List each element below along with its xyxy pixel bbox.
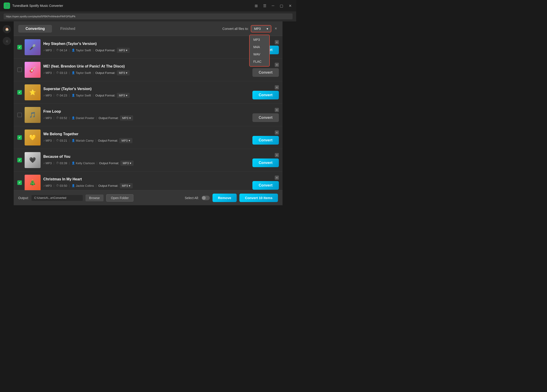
tabs-left: Converting Finished: [18, 25, 82, 33]
sep3: |: [93, 48, 94, 52]
song-6-format-select[interactable]: MP3 ▾: [120, 161, 134, 166]
song-3-format: ♪ MP3: [43, 94, 52, 97]
song-5-format-select[interactable]: MP3 ▾: [119, 138, 132, 143]
song-7-duration: ⏱ 03:50: [56, 184, 67, 187]
song-6-title: Because of You: [43, 155, 250, 159]
song-6-convert-btn[interactable]: Convert: [253, 158, 279, 167]
close-window-btn[interactable]: ✕: [288, 3, 293, 9]
song-1-remove-btn[interactable]: ✕: [275, 40, 279, 44]
song-4-remove-btn[interactable]: ✕: [275, 108, 279, 112]
song-2-format: ♪ MP3: [43, 71, 52, 75]
format-option-wav[interactable]: WAV: [250, 51, 269, 58]
song-7-format-select[interactable]: MP3 ▾: [120, 183, 133, 188]
song-4-checkbox[interactable]: [17, 113, 22, 117]
remove-btn[interactable]: Remove: [212, 194, 237, 202]
song-2-convert-btn[interactable]: Convert: [253, 68, 279, 77]
music-icon-2: ♪: [43, 71, 45, 74]
output-format-label-1: Output Format:: [95, 48, 115, 52]
song-4-title: Free Loop: [43, 110, 250, 114]
menu-icon-btn[interactable]: ⊞: [254, 3, 259, 9]
sep17: |: [69, 161, 69, 165]
song-3-format-label: MP3: [46, 94, 52, 97]
right-panel: [282, 21, 296, 205]
song-2-duration-label: 03:13: [60, 71, 67, 75]
format-option-mp3[interactable]: MP3: [250, 36, 269, 43]
song-6-format-value: MP3: [123, 161, 129, 165]
song-2-checkbox[interactable]: [17, 68, 22, 72]
sep4: |: [54, 71, 54, 74]
sep14: |: [69, 139, 69, 142]
app-logo: 🎵: [4, 2, 10, 9]
song-5-checkbox[interactable]: [17, 135, 22, 140]
song-3-convert-btn[interactable]: Convert: [253, 91, 279, 99]
song-7-remove-btn[interactable]: ✕: [275, 176, 279, 180]
minimize-btn[interactable]: ─: [271, 3, 275, 9]
song-7-title: Christmas In My Heart: [43, 177, 250, 181]
song-4-duration: ⏱ 03:52: [56, 116, 67, 120]
person-icon-6: 👤: [72, 161, 75, 165]
open-folder-btn[interactable]: Open Folder: [106, 194, 134, 202]
sep5: |: [69, 71, 69, 74]
song-6-meta: ♪ MP3 | ⏱ 03:39 | 👤 Kelly Clarkson: [43, 161, 250, 166]
song-2-remove-btn[interactable]: ✕: [275, 63, 279, 67]
output-path-input[interactable]: [31, 195, 83, 201]
song-4-convert-btn[interactable]: Convert: [253, 113, 279, 122]
sidebar-home-icon[interactable]: 🏠: [3, 25, 11, 33]
tab-finished[interactable]: Finished: [53, 25, 82, 33]
sidebar-music-icon[interactable]: ♫: [3, 37, 11, 45]
song-5-remove-btn[interactable]: ✕: [275, 131, 279, 135]
table-row: 🎄 Christmas In My Heart ♪ MP3 | ⏱ 03:50: [14, 172, 282, 190]
song-6-artist-label: Kelly Clarkson: [76, 161, 95, 165]
album-art-2: 🎸: [25, 62, 41, 78]
output-format-label-7: Output Format:: [98, 184, 118, 187]
song-3-checkbox[interactable]: [17, 90, 22, 95]
song-6-checkbox[interactable]: [17, 158, 22, 162]
tab-converting[interactable]: Converting: [18, 25, 52, 33]
convert-all-btn[interactable]: Convert 10 Items: [239, 194, 278, 202]
song-4-artist: 👤 Daniel Powter: [72, 116, 94, 120]
format-option-m4a[interactable]: M4A: [250, 43, 269, 51]
output-format-label-6: Output Format:: [99, 161, 119, 165]
album-art-5: 💛: [25, 130, 41, 145]
song-6-remove-btn[interactable]: ✕: [275, 153, 279, 157]
song-5-artist: 👤 Mariah Carey: [72, 139, 94, 142]
format-dropdown[interactable]: MP3 ▾: [251, 25, 271, 32]
song-7-convert-btn[interactable]: Convert: [253, 181, 279, 190]
song-7-info: Christmas In My Heart ♪ MP3 | ⏱ 03:50 |: [43, 177, 250, 188]
select-all-toggle[interactable]: [202, 196, 210, 200]
hamburger-btn[interactable]: ☰: [262, 3, 267, 9]
maximize-btn[interactable]: ▢: [279, 3, 284, 9]
close-panel-btn[interactable]: ×: [274, 25, 278, 32]
sep13: |: [54, 139, 54, 142]
song-5-convert-btn[interactable]: Convert: [253, 136, 279, 144]
song-7-format-value: MP3: [122, 184, 128, 187]
song-2-output-format: Output Format: MP3 ▾: [95, 70, 130, 76]
song-1-title: Hey Stephen (Taylor's Version): [43, 42, 250, 46]
song-7-checkbox[interactable]: [17, 180, 22, 185]
song-2-format-select[interactable]: MP3 ▾: [117, 70, 130, 76]
table-row: 🎵 Free Loop ♪ MP3 | ⏱ 03:52 |: [14, 104, 282, 126]
output-format-label-4: Output Format:: [99, 116, 119, 120]
browse-btn[interactable]: Browse: [86, 194, 103, 201]
song-4-format-select[interactable]: MP3 ▾: [120, 115, 133, 121]
chevron-icon-6: ▾: [130, 161, 131, 165]
sep21: |: [96, 184, 96, 187]
song-7-artist-label: Jackie Collins: [76, 184, 94, 187]
song-6-artist: 👤 Kelly Clarkson: [72, 161, 95, 165]
song-1-format-select[interactable]: MP3 ▾: [117, 48, 130, 53]
song-3-remove-btn[interactable]: ✕: [275, 85, 279, 89]
song-1-format: ♪ MP3: [43, 48, 52, 52]
format-option-flac[interactable]: FLAC: [250, 58, 269, 65]
song-7-actions: ✕ Convert: [253, 176, 279, 190]
song-1-checkbox[interactable]: [17, 45, 22, 49]
sep12: |: [96, 116, 97, 119]
song-1-duration-label: 04:14: [60, 48, 67, 52]
url-input[interactable]: [4, 14, 293, 19]
song-3-format-select[interactable]: MP3 ▾: [117, 93, 130, 98]
tabs-right: Convert all files to: MP3 ▾ MP3 M4A WAV …: [222, 25, 278, 32]
urlbar: [0, 11, 296, 21]
table-row: 🎸 ME! (feat. Brendon Urie of Panic! At T…: [14, 59, 282, 81]
song-4-duration-label: 03:52: [60, 116, 67, 120]
person-icon-2: 👤: [72, 71, 75, 74]
bottom-bar: Output: Browse Open Folder Select All: R…: [14, 190, 282, 205]
